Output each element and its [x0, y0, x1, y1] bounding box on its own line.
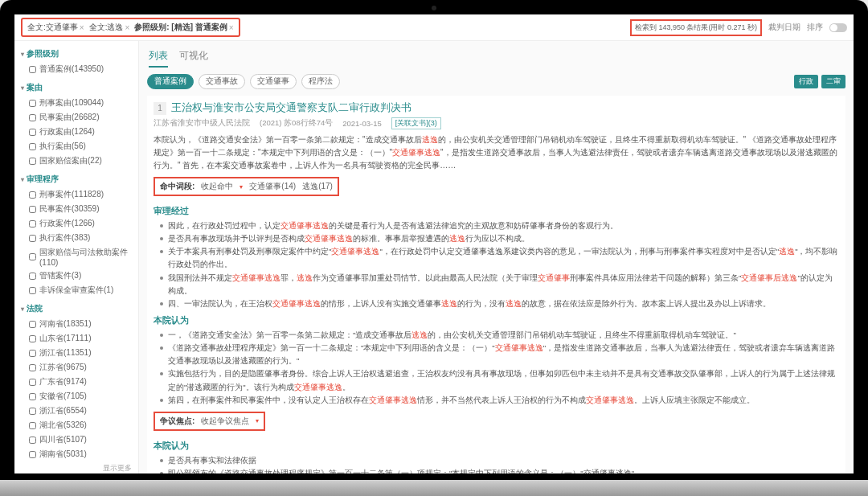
- facet-item[interactable]: 行政案件(1266): [14, 216, 138, 231]
- caret-down-icon: ▾: [256, 417, 259, 424]
- facet-item[interactable]: 湖南省(5031): [14, 447, 138, 461]
- hit-term[interactable]: 交通肇事(14): [249, 181, 296, 192]
- checkbox[interactable]: [29, 220, 36, 228]
- facet-item[interactable]: 江苏省(9675): [14, 360, 138, 375]
- section-opinion: 本院认为: [154, 314, 839, 326]
- facet-item[interactable]: 安徽省(7105): [14, 389, 138, 404]
- top-filter-bar: 全文:交通肇事 × 全文:逃逸 × 参照级别: [精选] 普通案例 × 检索到 …: [14, 14, 854, 41]
- facet-header-court[interactable]: 法院: [14, 301, 138, 317]
- opinion2-list: 是否具有事实和法律依据即公部颁布的《道路交通事故处理程序规定》第一百一十二条第（…: [154, 454, 839, 473]
- chip[interactable]: 交通肇事: [250, 74, 297, 89]
- checkbox[interactable]: [29, 143, 36, 150]
- checkbox[interactable]: [29, 66, 36, 73]
- hit-term[interactable]: 逃逸(17): [302, 181, 333, 192]
- related-doc-badge[interactable]: [关联文书](3): [391, 117, 441, 129]
- filter-text: 全文:交通肇事: [27, 22, 78, 33]
- active-filters-box: 全文:交通肇事 × 全文:逃逸 × 参照级别: [精选] 普通案例 ×: [21, 18, 240, 37]
- toggle-switch[interactable]: [829, 23, 847, 32]
- dispute-label: 争议焦点:: [160, 416, 194, 427]
- checkbox[interactable]: [29, 191, 36, 199]
- facet-item[interactable]: 国家赔偿与司法救助案件(110): [14, 245, 138, 268]
- judgement-date: 2021-03-15: [342, 119, 382, 128]
- facet-header-reference[interactable]: 参照级别: [14, 46, 138, 62]
- checkbox[interactable]: [29, 437, 36, 444]
- facet-item[interactable]: 执行案由(56): [14, 139, 138, 154]
- case-result: 1 王治权与淮安市公安局交通警察支队二审行政判决书 江苏省淮安市中级人民法院 (…: [147, 96, 845, 473]
- chip[interactable]: 程序法: [301, 74, 340, 89]
- facet-item[interactable]: 浙江省(11351): [14, 346, 138, 360]
- case-title-link[interactable]: 王治权与淮安市公安局交通警察支队二审行政判决书: [171, 100, 411, 115]
- checkbox[interactable]: [29, 393, 36, 400]
- chip[interactable]: 普通案例: [147, 74, 194, 89]
- facet-item[interactable]: 山东省(17111): [14, 331, 138, 346]
- collapse-dispute[interactable]: 收起争议焦点: [201, 416, 249, 427]
- filter-tag[interactable]: 全文:逃逸 ×: [89, 22, 130, 33]
- facet-item[interactable]: 广东省(9174): [14, 375, 138, 389]
- facet-item[interactable]: 行政案由(1264): [14, 125, 138, 139]
- facet-item[interactable]: 非诉保全审查案件(1): [14, 283, 138, 297]
- facet-item[interactable]: 执行案件(383): [14, 231, 138, 245]
- court-name: 江苏省淮安市中级人民法院: [154, 118, 250, 129]
- proc-list: 因此，在行政处罚过程中，认定交通肇事逃逸的关键是看行为人是否有逃避法律追究的主观…: [154, 219, 839, 310]
- facet-item[interactable]: 四川省(5107): [14, 432, 138, 447]
- case-snippet: 本院认为，《道路交通安全法》第一百零一条第二款规定："造成交通事故后逃逸的，由公…: [154, 133, 839, 172]
- section-opinion2: 本院认为: [154, 440, 839, 452]
- filter-tag[interactable]: 参照级别: [精选] 普通案例 ×: [134, 22, 233, 33]
- checkbox[interactable]: [29, 206, 36, 213]
- dispute-box: 争议焦点: 收起争议焦点▾: [154, 412, 265, 431]
- facet-item[interactable]: 河南省(18351): [14, 317, 138, 331]
- facet-item[interactable]: 刑事案件(111828): [14, 187, 138, 202]
- show-more-link[interactable]: 显示更多: [14, 461, 138, 473]
- sort-value[interactable]: 排序: [807, 23, 823, 33]
- list-item: 是否具有事实和法律依据: [160, 454, 839, 467]
- facet-item[interactable]: 浙江省(6554): [14, 404, 138, 418]
- facet-item[interactable]: 民事案由(26682): [14, 110, 138, 125]
- tab-viz[interactable]: 可视化: [179, 49, 208, 68]
- checkbox[interactable]: [29, 364, 36, 371]
- checkbox[interactable]: [29, 100, 36, 107]
- facet-item[interactable]: 管辖案件(3): [14, 268, 138, 283]
- checkbox[interactable]: [29, 158, 36, 165]
- list-item: 实施包括行为，目的是隐匿肇事者身份。综合上诉人王治权逃避追查，王治权友约没有具有…: [160, 367, 839, 393]
- checkbox[interactable]: [29, 253, 36, 260]
- checkbox[interactable]: [29, 235, 36, 242]
- facet-header-cause[interactable]: 案由: [14, 80, 138, 96]
- filter-text: 参照级别: [精选] 普通案例: [134, 22, 227, 33]
- facet-item[interactable]: 普通案例(143950): [14, 62, 138, 76]
- facet-header-procedure[interactable]: 审理程序: [14, 171, 138, 187]
- facet-item[interactable]: 国家赔偿案由(22): [14, 154, 138, 168]
- result-index: 1: [154, 102, 166, 115]
- chip[interactable]: 交通事故: [199, 74, 245, 89]
- facet-item[interactable]: 湖北省(5326): [14, 418, 138, 432]
- checkbox[interactable]: [29, 379, 36, 386]
- trial-type-badge: 行政: [794, 75, 818, 88]
- checkbox[interactable]: [29, 451, 36, 458]
- list-item: 《道路交通事故处理程序规定》第一百一十二条规定："本规定中下列用语的含义是：（一…: [160, 342, 839, 367]
- close-icon[interactable]: ×: [80, 23, 84, 32]
- checkbox[interactable]: [29, 408, 36, 415]
- close-icon[interactable]: ×: [125, 23, 129, 32]
- facet-item[interactable]: 刑事案由(109044): [14, 96, 138, 110]
- collapse-hits[interactable]: 收起命中: [201, 181, 233, 192]
- section-proc: 审理经过: [154, 205, 839, 217]
- tab-list[interactable]: 列表: [149, 49, 168, 68]
- close-icon[interactable]: ×: [229, 23, 234, 32]
- list-item: 我国刑法并不规定交通肇事逃逸罪，逃逸作为交通肇事罪加重处罚情节。以此由最高人民法…: [160, 272, 839, 297]
- case-number: (2021) 苏08行终74号: [260, 118, 333, 129]
- list-item: 是否具有事故现场并予以评判是否构成交通肇事逃逸的标准。事事后举报遭遇的逃逸行为应…: [160, 232, 839, 245]
- filter-text: 全文:逃逸: [89, 22, 124, 33]
- checkbox[interactable]: [29, 422, 36, 429]
- view-tabs: 列表 可视化: [147, 46, 845, 71]
- results-main: 列表 可视化 普通案例 交通事故 交通肇事 程序法 行政 二审 1: [139, 41, 854, 473]
- checkbox[interactable]: [29, 129, 36, 136]
- list-item: 第四，在刑事案件和民事案件中，没有认定人王治权存在交通肇事逃逸情形，并不当然代表…: [160, 394, 839, 407]
- hit-label: 命中词段:: [160, 181, 194, 192]
- checkbox[interactable]: [29, 273, 36, 280]
- checkbox[interactable]: [29, 287, 36, 294]
- checkbox[interactable]: [29, 350, 36, 357]
- checkbox[interactable]: [29, 335, 36, 342]
- facet-item[interactable]: 民事案件(30359): [14, 202, 138, 216]
- checkbox[interactable]: [29, 321, 36, 328]
- filter-tag[interactable]: 全文:交通肇事 ×: [27, 22, 84, 33]
- checkbox[interactable]: [29, 114, 36, 121]
